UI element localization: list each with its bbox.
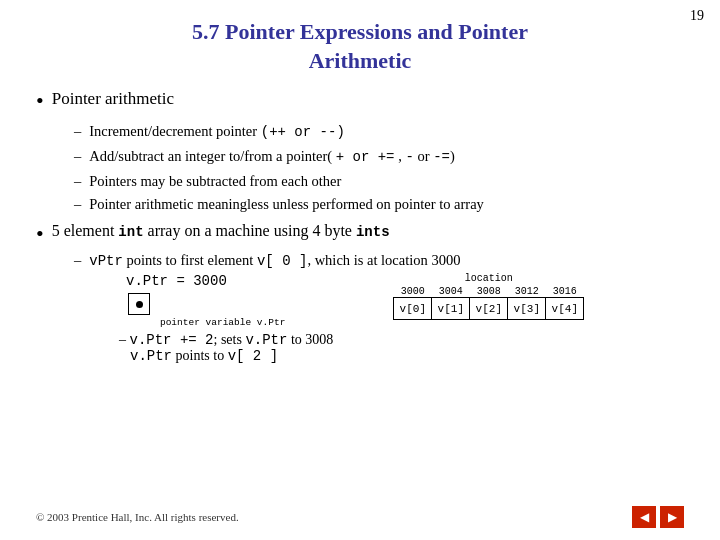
vptr-plus-line: – v.Ptr += 2; sets v.Ptr to 3008: [112, 332, 333, 348]
sub-item-3-text: Pointers may be subtracted from each oth…: [89, 171, 341, 191]
cell-3: v[3]: [508, 298, 546, 320]
vptr2-line: v.Ptr points to v[ 2 ]: [130, 348, 333, 364]
title-line2: Arithmetic: [309, 48, 412, 73]
loc-1: 3004: [432, 286, 470, 298]
sub-item-1-code: (++ or --): [261, 124, 345, 140]
slide-title: 5.7 Pointer Expressions and Pointer Arit…: [36, 18, 684, 75]
bullet-2-text: 5 element int array on a machine using 4…: [52, 222, 390, 240]
location-label: location: [393, 273, 584, 284]
vptr-eq-text: v.Ptr = 3000: [126, 273, 227, 289]
dash-1: –: [74, 121, 81, 141]
loc-2: 3008: [470, 286, 508, 298]
sub-item-4-text: Pointer arithmetic meaningless unless pe…: [89, 194, 484, 214]
section-vptr: – vPtr points to first element v[ 0 ], w…: [74, 252, 684, 364]
sub-item-vptr: – vPtr points to first element v[ 0 ], w…: [74, 252, 684, 269]
array-diagram: location 3000 3004 3008 3012 3016 v: [393, 273, 584, 320]
bullet-dot-2: •: [36, 222, 44, 246]
bullet-dot-1: •: [36, 89, 44, 113]
array-table: 3000 3004 3008 3012 3016 v[0] v[1] v[2]: [393, 286, 584, 320]
pointer-box: [128, 293, 150, 315]
diagram-area: v.Ptr = 3000 pointer variable v.Ptr – v.…: [112, 273, 684, 364]
v0-code: v[ 0 ]: [257, 253, 307, 269]
cell-1: v[1]: [432, 298, 470, 320]
bullet-1: • Pointer arithmetic: [36, 89, 684, 113]
cell-0: v[0]: [394, 298, 432, 320]
sub3-before: v.Ptr += 2: [130, 332, 214, 348]
sub-list-1: – Increment/decrement pointer (++ or --)…: [74, 121, 684, 214]
sub3-code: v.Ptr: [245, 332, 287, 348]
title-line1: 5.7 Pointer Expressions and Pointer: [192, 19, 528, 44]
vptr-eq-line: v.Ptr = 3000: [112, 273, 333, 289]
dash-2: –: [74, 146, 81, 166]
sub-item-vptr-text: vPtr points to first element v[ 0 ], whi…: [89, 252, 460, 269]
dash-3: –: [74, 171, 81, 191]
vptr2-after: points to: [172, 348, 228, 363]
sub-item-2-code3: -=: [433, 149, 450, 165]
cell-4: v[4]: [546, 298, 584, 320]
sub3-mid: ; sets: [214, 332, 246, 347]
bullet-2-code1: int: [118, 224, 143, 240]
sub-item-2-code2: -: [405, 149, 413, 165]
next-button[interactable]: ▶: [660, 506, 684, 528]
loc-0: 3000: [394, 286, 432, 298]
pointer-var-container: [128, 291, 333, 315]
vptr2-code1: v.Ptr: [130, 348, 172, 364]
vptr2-code2: v[ 2 ]: [228, 348, 278, 364]
sub-item-2-text: Add/subtract an integer to/from a pointe…: [89, 146, 455, 168]
sub-item-3: – Pointers may be subtracted from each o…: [74, 171, 684, 191]
sub-item-2-code1: + or +=: [336, 149, 395, 165]
pointer-label: pointer variable v.Ptr: [112, 317, 333, 328]
vptr-left: v.Ptr = 3000 pointer variable v.Ptr – v.…: [112, 273, 333, 364]
bullet-2: • 5 element int array on a machine using…: [36, 222, 684, 246]
sub3-after: to 3008: [287, 332, 333, 347]
prev-button[interactable]: ◀: [632, 506, 656, 528]
loc-3: 3012: [508, 286, 546, 298]
dash-vptr: –: [74, 252, 81, 269]
dash-4: –: [74, 194, 81, 214]
cell-2: v[2]: [470, 298, 508, 320]
page-number: 19: [690, 8, 704, 24]
bullet-1-text: Pointer arithmetic: [52, 89, 174, 109]
loc-4: 3016: [546, 286, 584, 298]
sub-item-4: – Pointer arithmetic meaningless unless …: [74, 194, 684, 214]
sub-item-1: – Increment/decrement pointer (++ or --): [74, 121, 684, 143]
footer-copyright: © 2003 Prentice Hall, Inc. All rights re…: [36, 511, 239, 523]
bullet-2-code2: ints: [356, 224, 390, 240]
nav-buttons[interactable]: ◀ ▶: [632, 506, 684, 528]
vptr-code: vPtr: [89, 253, 123, 269]
sub-item-1-text: Increment/decrement pointer (++ or --): [89, 121, 345, 143]
sub-item-2: – Add/subtract an integer to/from a poin…: [74, 146, 684, 168]
footer: © 2003 Prentice Hall, Inc. All rights re…: [0, 506, 720, 528]
pointer-dot: [136, 301, 143, 308]
